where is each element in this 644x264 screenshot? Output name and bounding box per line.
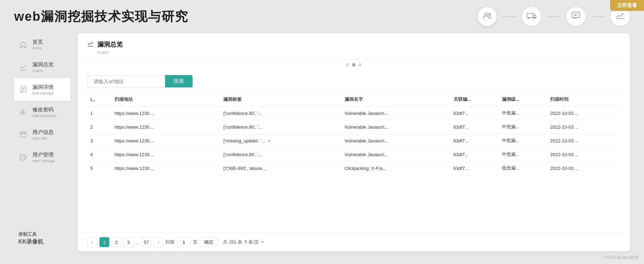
table-head: I... 扫描地址 漏洞标签 漏洞名字 关联编... 漏洞级... 扫描时间 bbox=[87, 93, 620, 106]
svg-rect-21 bbox=[20, 154, 25, 160]
sidebar-item-scans-label: 漏洞总览 bbox=[32, 61, 54, 68]
content-title-row: 漏洞总览 bbox=[87, 40, 620, 49]
cell-time-4: 2022-10-03 ... bbox=[547, 148, 620, 161]
dot-2 bbox=[352, 63, 356, 67]
svg-point-16 bbox=[20, 112, 23, 115]
chevron-down-icon[interactable] bbox=[267, 139, 271, 143]
connector-2 bbox=[547, 16, 561, 17]
col-header-url: 扫描地址 bbox=[112, 93, 221, 106]
col-header-time: 扫描时间 bbox=[547, 93, 620, 106]
cell-url-1: https://www.1230.... bbox=[112, 106, 221, 120]
sidebar-item-usermanage-text: 用户管理 user manage bbox=[32, 152, 55, 163]
cell-tag-4: ['confidence.80', '... bbox=[220, 148, 341, 161]
cell-ref-1: 63df7... bbox=[451, 106, 499, 120]
sidebar-item-scans-sublabel: scans bbox=[32, 68, 54, 73]
cell-name-2: Vulnerable Javascri... bbox=[342, 120, 451, 134]
sidebar-item-password[interactable]: 修改密码 edit password bbox=[14, 101, 71, 123]
chat-icon bbox=[571, 11, 581, 22]
goto-confirm-btn[interactable]: 确定 bbox=[200, 237, 218, 247]
cell-time-5: 2022-10-03 ... bbox=[547, 161, 620, 175]
table-container: I... 扫描地址 漏洞标签 漏洞名字 关联编... 漏洞级... 扫描时间 1… bbox=[78, 93, 630, 233]
sidebar-item-scans-text: 漏洞总览 scans bbox=[32, 61, 54, 73]
search-input[interactable] bbox=[87, 75, 165, 87]
usermanage-icon bbox=[18, 152, 28, 162]
home-icon bbox=[18, 39, 28, 49]
col-header-id: I... bbox=[87, 93, 112, 106]
page-btn-57[interactable]: 57 bbox=[141, 237, 151, 247]
sidebar-item-usermanage[interactable]: 用户管理 user manage bbox=[14, 146, 71, 168]
search-button[interactable]: 搜索 bbox=[165, 75, 193, 87]
sidebar: 首页 index 漏洞总览 scans bbox=[14, 33, 71, 251]
header-icon-group bbox=[478, 7, 630, 26]
sidebar-item-detail-label: 漏洞详情 bbox=[32, 84, 54, 91]
cell-ref-5: 63df7... bbox=[451, 161, 499, 175]
svg-point-0 bbox=[485, 13, 487, 16]
content-title-icon bbox=[87, 41, 94, 49]
sidebar-item-detail-sublabel: text manage bbox=[32, 91, 54, 95]
table-row[interactable]: 3https://www.1230....['missing_update', … bbox=[87, 134, 620, 148]
sidebar-item-home-sublabel: index bbox=[32, 46, 43, 50]
table-row[interactable]: 4https://www.1230....['confidence.80', '… bbox=[87, 148, 620, 161]
cell-level-5: 低危漏... bbox=[499, 161, 547, 175]
cell-tag-1: ['confidence.80', '... bbox=[220, 106, 341, 120]
csdn-footer: CSDN @Java老徐 bbox=[603, 254, 638, 260]
cell-id-2: 2 bbox=[87, 120, 112, 134]
col-header-name: 漏洞名字 bbox=[342, 93, 451, 106]
page-ellipsis: ... bbox=[135, 240, 139, 245]
col-header-ref: 关联编... bbox=[451, 93, 499, 106]
table-row[interactable]: 2https://www.1230....['confidence.80', '… bbox=[87, 120, 620, 134]
scans-icon bbox=[18, 62, 28, 72]
cell-name-3: Vulnerable Javascri... bbox=[342, 134, 451, 148]
detail-icon bbox=[18, 85, 28, 94]
svg-rect-5 bbox=[572, 12, 580, 18]
chart-icon bbox=[616, 12, 625, 22]
sidebar-item-userinfo[interactable]: 用户信息 user info bbox=[14, 123, 71, 146]
table-row[interactable]: 5https://www.1230....['CWE-693', 'abuse.… bbox=[87, 161, 620, 175]
next-page-btn[interactable]: › bbox=[153, 237, 163, 247]
cell-url-2: https://www.1230.... bbox=[112, 120, 221, 134]
svg-point-1 bbox=[488, 13, 491, 16]
cell-ref-4: 63df7... bbox=[451, 148, 499, 161]
svg-rect-2 bbox=[527, 13, 533, 18]
cell-id-1: 1 bbox=[87, 106, 112, 120]
truck-icon-btn[interactable] bbox=[522, 7, 541, 26]
page-btn-1[interactable]: 1 bbox=[99, 237, 109, 247]
cell-level-1: 中危漏... bbox=[499, 106, 547, 120]
page-size-chevron bbox=[260, 240, 265, 245]
sidebar-item-home[interactable]: 首页 index bbox=[14, 33, 71, 56]
cell-level-3: 中危漏... bbox=[499, 134, 547, 148]
header: web漏洞挖掘技术实现与研究 bbox=[0, 0, 644, 30]
cell-time-3: 2022-10-03 ... bbox=[547, 134, 620, 148]
page-title: web漏洞挖掘技术实现与研究 bbox=[14, 8, 188, 25]
watermark: 录制工具 KK录像机 bbox=[14, 226, 71, 251]
sidebar-item-detail[interactable]: 漏洞详情 text manage bbox=[14, 78, 71, 101]
goto-input[interactable] bbox=[177, 237, 191, 247]
content-panel: 漏洞总览 scans 搜索 I... 扫描地址 漏洞标签 漏洞名字 bbox=[78, 33, 630, 251]
page-btn-2[interactable]: 2 bbox=[111, 237, 121, 247]
top-bar[interactable]: 立即查看 bbox=[610, 0, 644, 11]
cell-ref-3: 63df7... bbox=[451, 134, 499, 148]
cell-id-3: 3 bbox=[87, 134, 112, 148]
page-size-select[interactable]: 5 条/页 bbox=[244, 239, 264, 245]
dots-indicator bbox=[78, 60, 630, 70]
sidebar-item-usermanage-label: 用户管理 bbox=[32, 152, 55, 158]
svg-point-3 bbox=[528, 17, 529, 19]
svg-point-15 bbox=[23, 112, 26, 115]
sidebar-item-userinfo-sublabel: user info bbox=[32, 136, 54, 140]
cell-name-1: Vulnerable Javascri... bbox=[342, 106, 451, 120]
svg-rect-17 bbox=[20, 132, 26, 137]
sidebar-item-password-text: 修改密码 edit password bbox=[32, 106, 56, 118]
sidebar-item-password-sublabel: edit password bbox=[32, 113, 56, 118]
svg-point-4 bbox=[534, 17, 535, 19]
table-row[interactable]: 1https://www.1230....['confidence.80', '… bbox=[87, 106, 620, 120]
cell-time-1: 2022-10-03 ... bbox=[547, 106, 620, 120]
users-icon-btn[interactable] bbox=[478, 7, 497, 26]
page-label: 页 bbox=[193, 239, 198, 245]
connector-3 bbox=[591, 16, 605, 17]
page-btn-3[interactable]: 3 bbox=[123, 237, 133, 247]
cell-level-2: 中危漏... bbox=[499, 120, 547, 134]
chat-icon-btn[interactable] bbox=[566, 7, 585, 26]
sidebar-item-scans[interactable]: 漏洞总览 scans bbox=[14, 56, 71, 78]
page-total: 共 281 条 bbox=[223, 239, 242, 245]
prev-page-btn[interactable]: ‹ bbox=[87, 237, 97, 247]
